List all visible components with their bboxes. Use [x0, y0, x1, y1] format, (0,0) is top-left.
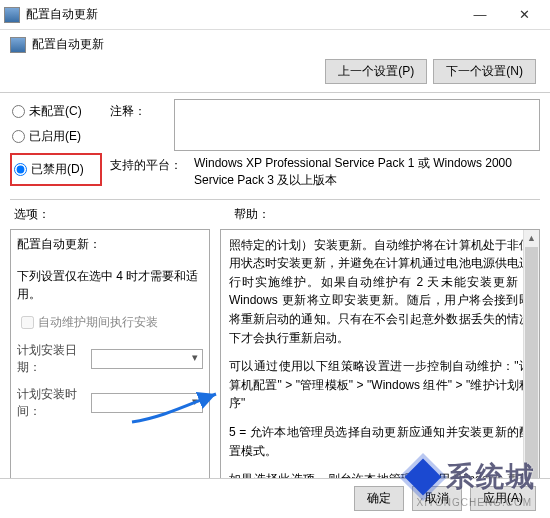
help-p2: 可以通过使用以下组策略设置进一步控制自动维护："计算机配置" > "管理模板" … [229, 357, 531, 413]
help-pane: 照特定的计划）安装更新。自动维护将在计算机处于非使用状态时安装更新，并避免在计算… [220, 229, 540, 501]
options-group-title: 配置自动更新： [17, 236, 203, 253]
options-pane: 配置自动更新： 下列设置仅在选中 4 时才需要和适用。 自动维护期间执行安装 计… [10, 229, 210, 501]
comment-input[interactable] [174, 99, 540, 151]
help-scrollbar[interactable]: ▲ ▼ [523, 230, 539, 500]
scroll-thumb[interactable] [525, 247, 538, 483]
radio-disabled-highlight: 已禁用(D) [10, 153, 102, 186]
radio-not-configured-input[interactable] [12, 105, 25, 118]
radio-not-configured[interactable]: 未配置(C) [10, 99, 102, 124]
divider [10, 199, 540, 200]
help-p3: 5 = 允许本地管理员选择自动更新应通知并安装更新的配置模式。 [229, 423, 531, 460]
options-header: 选项： [14, 206, 214, 223]
auto-maintenance-checkbox[interactable] [21, 316, 34, 329]
auto-maintenance-checkbox-row[interactable]: 自动维护期间执行安装 [17, 313, 203, 332]
config-area: 未配置(C) 已启用(E) 已禁用(D) 注释： 支持的平台： Windows … [0, 93, 550, 197]
comment-label: 注释： [110, 99, 174, 151]
options-note: 下列设置仅在选中 4 时才需要和适用。 [17, 267, 203, 303]
radio-disabled[interactable]: 已禁用(D) [12, 157, 98, 182]
close-button[interactable]: ✕ [502, 1, 546, 29]
radio-group: 未配置(C) 已启用(E) 已禁用(D) [10, 99, 102, 193]
cancel-button[interactable]: 取消 [412, 486, 462, 511]
help-p1: 照特定的计划）安装更新。自动维护将在计算机处于非使用状态时安装更新，并避免在计算… [229, 236, 531, 348]
window-buttons: — ✕ [458, 1, 546, 29]
minimize-button[interactable]: — [458, 1, 502, 29]
schedule-day-row: 计划安装日期： [17, 342, 203, 376]
ok-button[interactable]: 确定 [354, 486, 404, 511]
comment-row: 注释： [110, 99, 540, 151]
lower-panes: 配置自动更新： 下列设置仅在选中 4 时才需要和适用。 自动维护期间执行安装 计… [0, 225, 550, 509]
app-icon [4, 7, 20, 23]
policy-title: 配置自动更新 [32, 36, 104, 53]
platform-text: Windows XP Professional Service Pack 1 或… [194, 155, 540, 189]
auto-maintenance-label: 自动维护期间执行安装 [38, 314, 158, 331]
radio-enabled[interactable]: 已启用(E) [10, 124, 102, 149]
scroll-up-icon[interactable]: ▲ [524, 230, 539, 246]
platform-row: 支持的平台： Windows XP Professional Service P… [110, 155, 540, 189]
schedule-time-row: 计划安装时间： [17, 386, 203, 420]
dialog-buttons: 确定 取消 应用(A) [0, 478, 550, 518]
policy-icon [10, 37, 26, 53]
platform-label: 支持的平台： [110, 155, 194, 189]
radio-disabled-label: 已禁用(D) [31, 161, 84, 178]
lower-headers: 选项： 帮助： [0, 204, 550, 225]
schedule-time-label: 计划安装时间： [17, 386, 91, 420]
window-title: 配置自动更新 [26, 6, 458, 23]
config-right: 注释： 支持的平台： Windows XP Professional Servi… [110, 99, 540, 193]
schedule-day-select[interactable] [91, 349, 203, 369]
prev-setting-button[interactable]: 上一个设置(P) [325, 59, 427, 84]
radio-enabled-label: 已启用(E) [29, 128, 81, 145]
radio-not-configured-label: 未配置(C) [29, 103, 82, 120]
help-header: 帮助： [234, 206, 536, 223]
schedule-day-label: 计划安装日期： [17, 342, 91, 376]
schedule-time-select[interactable] [91, 393, 203, 413]
titlebar: 配置自动更新 — ✕ [0, 0, 550, 30]
nav-row: 上一个设置(P) 下一个设置(N) [0, 55, 550, 93]
radio-disabled-input[interactable] [14, 163, 27, 176]
section-header: 配置自动更新 [0, 30, 550, 55]
next-setting-button[interactable]: 下一个设置(N) [433, 59, 536, 84]
radio-enabled-input[interactable] [12, 130, 25, 143]
apply-button[interactable]: 应用(A) [470, 486, 536, 511]
